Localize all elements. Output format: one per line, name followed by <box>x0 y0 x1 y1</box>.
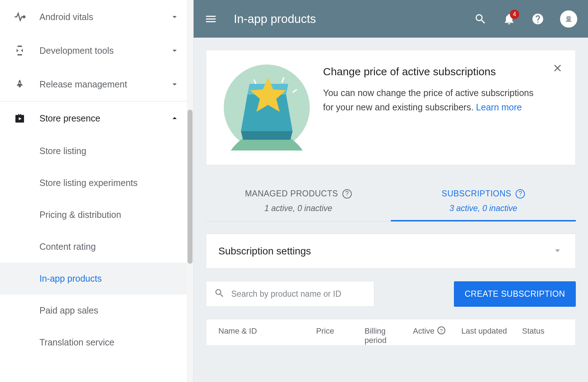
tab-label: MANAGED PRODUCTS <box>245 189 338 199</box>
sidebar-sub-translation-service[interactable]: Translation service <box>0 326 193 358</box>
price-change-banner: Change price of active subscriptions You… <box>206 50 576 165</box>
notifications-icon[interactable]: 4 <box>503 13 516 25</box>
search-icon[interactable] <box>474 13 487 25</box>
sidebar-item-release-management[interactable]: Release management <box>0 67 193 101</box>
devtools-icon <box>14 44 26 57</box>
sidebar-item-android-vitals[interactable]: Android vitals <box>0 0 193 34</box>
sidebar-item-label: Development tools <box>39 46 170 56</box>
scrollbar-thumb[interactable] <box>188 110 193 264</box>
settings-title: Subscription settings <box>218 245 311 257</box>
tabs: MANAGED PRODUCTS ? 1 active, 0 inactive … <box>206 183 576 221</box>
chevron-down-icon <box>170 46 180 56</box>
sidebar-sub-paid-app-sales[interactable]: Paid app sales <box>0 295 193 326</box>
col-last-updated[interactable]: Last updated <box>461 326 515 345</box>
sidebar-item-label: Android vitals <box>39 12 170 22</box>
tab-subscriptions[interactable]: SUBSCRIPTIONS ? 3 active, 0 inactive <box>391 183 576 221</box>
sidebar-sub-in-app-products[interactable]: In-app products <box>0 263 193 295</box>
topbar: In-app products 4 <box>194 0 588 38</box>
chevron-down-icon <box>170 12 180 22</box>
sidebar-sub-pricing-distribution[interactable]: Pricing & distribution <box>0 199 193 231</box>
tab-managed-products[interactable]: MANAGED PRODUCTS ? 1 active, 0 inactive <box>206 183 391 221</box>
sidebar-sub-content-rating[interactable]: Content rating <box>0 231 193 263</box>
col-price[interactable]: Price <box>316 326 357 345</box>
search-box[interactable] <box>206 281 374 307</box>
vitals-icon <box>14 11 26 23</box>
create-subscription-button[interactable]: CREATE SUBSCRIPTION <box>454 281 576 307</box>
chevron-up-icon <box>170 113 180 123</box>
col-name-id[interactable]: Name & ID <box>218 326 309 345</box>
main-area: In-app products 4 <box>194 0 588 382</box>
page-title: In-app products <box>234 12 458 26</box>
search-input[interactable] <box>231 289 366 299</box>
sidebar-item-label: Release management <box>39 79 170 90</box>
tab-label: SUBSCRIPTIONS <box>442 189 511 199</box>
banner-description: You can now change the price of active s… <box>323 86 545 114</box>
subscription-settings-card[interactable]: Subscription settings <box>206 234 576 269</box>
rocket-icon <box>14 78 26 90</box>
banner-illustration <box>218 65 315 151</box>
search-icon <box>214 288 225 300</box>
hamburger-menu-icon[interactable] <box>204 13 217 25</box>
banner-learn-more-link[interactable]: Learn more <box>476 102 522 112</box>
banner-title: Change price of active subscriptions <box>323 65 545 79</box>
content: Change price of active subscriptions You… <box>194 38 588 382</box>
chevron-down-icon <box>170 79 180 89</box>
col-billing-period[interactable]: Billing period <box>365 326 406 345</box>
help-icon[interactable]: ? <box>342 189 352 199</box>
sidebar-sub-store-listing[interactable]: Store listing <box>0 135 193 167</box>
col-active[interactable]: Active ? <box>413 326 454 345</box>
help-icon[interactable]: ? <box>516 189 525 199</box>
sidebar-item-development-tools[interactable]: Development tools <box>0 34 193 67</box>
sidebar-item-label: Store presence <box>39 113 170 124</box>
chevron-down-icon <box>552 245 563 258</box>
tab-subtext: 3 active, 0 inactive <box>391 204 576 213</box>
sidebar-sub-store-listing-experiments[interactable]: Store listing experiments <box>0 167 193 199</box>
tab-subtext: 1 active, 0 inactive <box>206 204 391 213</box>
scrollbar-track <box>187 0 193 382</box>
sidebar: Android vitals Development tools Release… <box>0 0 194 382</box>
sidebar-item-store-presence[interactable]: Store presence <box>0 101 193 135</box>
svg-point-0 <box>23 16 25 18</box>
col-status[interactable]: Status <box>522 326 563 345</box>
svg-marker-4 <box>241 131 293 140</box>
shop-icon <box>14 112 26 124</box>
help-icon[interactable]: ? <box>437 326 445 334</box>
notification-badge: 4 <box>510 10 519 19</box>
table-header: Name & ID Price Billing period Active ? … <box>206 319 576 345</box>
close-icon[interactable] <box>552 62 563 74</box>
help-icon[interactable] <box>531 13 544 25</box>
avatar[interactable] <box>560 10 577 28</box>
